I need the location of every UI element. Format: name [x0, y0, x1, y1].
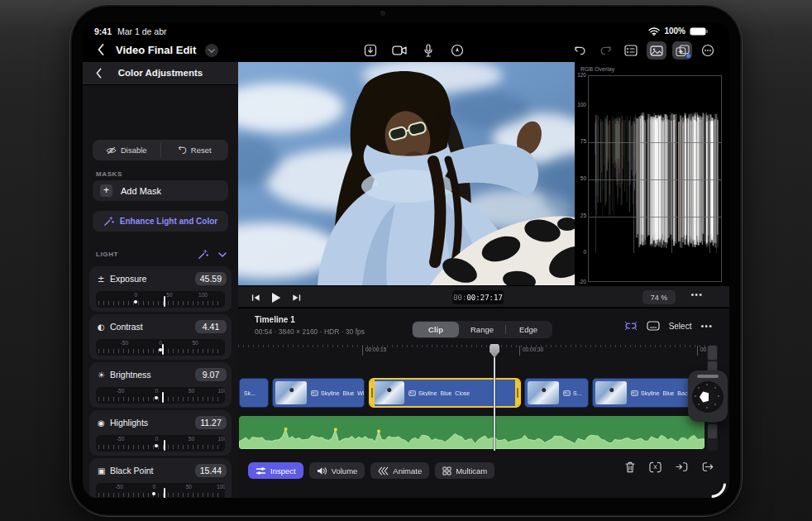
tick-label: 100 [217, 484, 225, 490]
slider-ruler[interactable]: 050100 [96, 291, 225, 308]
delete-icon[interactable] [625, 461, 635, 473]
timeline-ruler[interactable]: 00:00:1500:00:3000:00:45 [238, 343, 706, 357]
mode-range[interactable]: Range [459, 322, 505, 337]
preview-video[interactable] [238, 62, 575, 285]
animate-button[interactable]: Animate [370, 462, 429, 479]
reset-label: Reset [191, 146, 212, 155]
overwrite-clip-icon[interactable] [702, 461, 714, 473]
tick-label: 100 [217, 436, 225, 442]
enhance-light-color-button[interactable]: Enhance Light and Color [93, 211, 228, 232]
auto-enhance-wand-icon[interactable] [198, 249, 208, 260]
scrollbar-segment[interactable] [708, 424, 717, 438]
multicam-button[interactable]: Multicam [435, 462, 494, 479]
timeline-more-icon[interactable]: ••• [700, 321, 713, 331]
battery-icon [690, 27, 708, 36]
collapse-chevron-icon[interactable] [218, 252, 227, 257]
slider-value[interactable]: 4.41 [195, 320, 227, 333]
slider-ruler[interactable]: -50050100 [96, 483, 225, 498]
panel-title: Color Adjustments [83, 68, 238, 78]
slider-cursor[interactable] [164, 440, 165, 451]
disable-reset-group: Disable Reset [93, 140, 228, 160]
slider-ruler[interactable]: -50050 [96, 339, 225, 356]
more-options-icon[interactable] [698, 41, 718, 60]
timecode-display[interactable]: 00:00:27:17 [452, 290, 504, 304]
insert-clip-icon[interactable] [676, 461, 688, 473]
timecode-value: 00:27:17 [466, 294, 502, 302]
clip-s-[interactable]: S... [524, 378, 589, 408]
slider-ruler[interactable]: -50050100 [96, 435, 225, 452]
front-camera [380, 11, 385, 16]
audio-clip[interactable] [239, 416, 705, 449]
reset-button[interactable]: Reset [161, 140, 229, 160]
slider-cursor[interactable] [164, 296, 165, 307]
tick-label: 0 [135, 292, 138, 298]
scope-tick-label: 120 [575, 72, 586, 78]
clip-skyline-blue-close[interactable]: Skyline_Blue_Close [369, 378, 521, 408]
pencil-tool-icon[interactable] [449, 42, 466, 59]
viewer-zoom-button[interactable]: 74 % [642, 290, 676, 304]
slider-cursor[interactable] [162, 392, 164, 403]
skip-forward-icon[interactable] [292, 294, 301, 302]
tool-label: Multicam [456, 466, 487, 476]
tick-label: 50 [192, 340, 198, 346]
media-browser-icon[interactable] [647, 41, 666, 60]
trim-handle-left[interactable] [370, 380, 375, 406]
browser-panel-icon[interactable] [621, 41, 641, 60]
scrollbar-segment[interactable] [708, 346, 717, 360]
select-button[interactable]: Select [669, 322, 692, 331]
snapping-icon[interactable] [624, 321, 638, 331]
slider-value[interactable]: 9.07 [195, 368, 227, 381]
tick-label: 50 [186, 484, 192, 490]
slider-value[interactable]: 45.59 [195, 272, 227, 285]
tick-label: 0 [155, 436, 159, 442]
scope-tick-label: 75 [575, 138, 586, 144]
slider-ticks [98, 397, 222, 401]
camera-icon[interactable] [391, 42, 408, 59]
tick-label: -50 [121, 340, 128, 346]
split-clip-icon[interactable] [649, 461, 662, 473]
add-mask-button[interactable]: + Add Mask [93, 180, 228, 201]
scope-tick-label: 100 [575, 102, 586, 108]
slider-zero-dot [152, 492, 155, 495]
inspect-button[interactable]: Inspect [248, 462, 303, 479]
add-mask-label: Add Mask [121, 186, 161, 196]
slider-value[interactable]: 15.44 [195, 464, 227, 477]
mode-edge[interactable]: Edge [505, 322, 552, 337]
slider-cursor[interactable] [164, 488, 165, 498]
clip-sk-[interactable]: Sk... [239, 378, 269, 408]
project-title[interactable]: Video Final Edit [116, 44, 196, 56]
redo-icon[interactable] [595, 41, 615, 60]
disable-button[interactable]: Disable [93, 140, 160, 160]
play-icon[interactable] [271, 292, 281, 304]
jog-wheel-panel[interactable] [688, 370, 728, 422]
audio-waveform [239, 416, 705, 449]
jog-grip-handle[interactable] [697, 375, 719, 378]
clips-track: Sk...Skyline_Blue_WideSkyline_Blue_Close… [238, 377, 729, 409]
clip-range-icon[interactable] [647, 321, 660, 331]
trim-handle-right[interactable] [515, 380, 520, 406]
timeline: Timeline 1 00:54 · 3840 × 2160 · HDR · 3… [238, 308, 729, 498]
mode-clip[interactable]: Clip [413, 322, 459, 337]
eye-off-icon [106, 146, 117, 155]
contrast-icon: ◐ [98, 323, 110, 332]
mic-icon[interactable] [420, 42, 437, 59]
skip-back-icon[interactable] [251, 294, 260, 302]
clip-skyline-blue-wide[interactable]: Skyline_Blue_Wide [272, 378, 365, 408]
slider-value[interactable]: 11.27 [195, 416, 227, 429]
slider-cursor[interactable] [162, 344, 164, 355]
viewer-more-icon[interactable]: ••• [690, 289, 703, 299]
undo-icon[interactable] [570, 41, 590, 60]
clip-photo-icon [563, 390, 571, 396]
slider-ruler[interactable]: -50050100 [96, 387, 225, 404]
clip-photo-icon [631, 390, 638, 396]
tool-label: Inspect [270, 466, 296, 476]
volume-button[interactable]: Volume [309, 462, 365, 479]
import-media-icon[interactable] [362, 42, 379, 59]
ruler-label: 00:00:30 [519, 346, 543, 356]
effects-browser-icon[interactable] [672, 41, 692, 60]
enhance-label: Enhance Light and Color [120, 217, 217, 226]
back-chevron-icon[interactable] [98, 44, 104, 55]
timeline-name: Timeline 1 [255, 315, 295, 324]
jog-dial[interactable] [692, 381, 724, 413]
title-chevron-down-icon[interactable] [205, 44, 218, 57]
